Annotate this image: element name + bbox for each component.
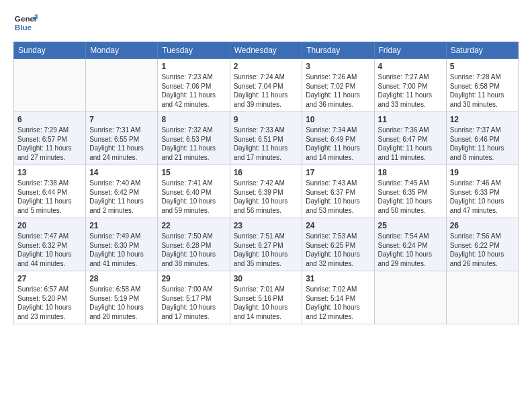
- day-info: Sunrise: 7:47 AMSunset: 6:32 PMDaylight:…: [17, 232, 82, 268]
- page-header: General Blue: [13, 11, 519, 35]
- day-info: Sunrise: 6:58 AMSunset: 5:19 PMDaylight:…: [89, 285, 154, 321]
- day-info: Sunrise: 7:43 AMSunset: 6:37 PMDaylight:…: [306, 179, 370, 215]
- calendar-cell: 3Sunrise: 7:26 AMSunset: 7:02 PMDaylight…: [302, 59, 374, 112]
- calendar-cell: 26Sunrise: 7:56 AMSunset: 6:22 PMDayligh…: [446, 218, 518, 271]
- day-info: Sunrise: 7:34 AMSunset: 6:49 PMDaylight:…: [306, 126, 370, 162]
- day-number: 31: [306, 274, 370, 283]
- calendar-cell: 16Sunrise: 7:42 AMSunset: 6:39 PMDayligh…: [230, 165, 302, 218]
- calendar-table: SundayMondayTuesdayWednesdayThursdayFrid…: [13, 42, 519, 324]
- calendar-cell: 12Sunrise: 7:37 AMSunset: 6:46 PMDayligh…: [446, 112, 518, 165]
- weekday-thursday: Thursday: [302, 42, 374, 59]
- day-number: 16: [234, 168, 299, 177]
- day-info: Sunrise: 7:37 AMSunset: 6:46 PMDaylight:…: [450, 126, 515, 162]
- calendar-cell: 10Sunrise: 7:34 AMSunset: 6:49 PMDayligh…: [302, 112, 374, 165]
- calendar-row-1: 1Sunrise: 7:23 AMSunset: 7:06 PMDaylight…: [14, 59, 519, 112]
- weekday-wednesday: Wednesday: [230, 42, 302, 59]
- calendar-cell: 22Sunrise: 7:50 AMSunset: 6:28 PMDayligh…: [158, 218, 230, 271]
- calendar-row-2: 6Sunrise: 7:29 AMSunset: 6:57 PMDaylight…: [14, 112, 519, 165]
- day-info: Sunrise: 7:24 AMSunset: 7:04 PMDaylight:…: [234, 73, 299, 109]
- day-info: Sunrise: 7:23 AMSunset: 7:06 PMDaylight:…: [161, 73, 226, 109]
- day-number: 7: [89, 115, 154, 124]
- day-number: 27: [17, 274, 82, 283]
- day-info: Sunrise: 7:32 AMSunset: 6:53 PMDaylight:…: [161, 126, 226, 162]
- calendar-cell: 18Sunrise: 7:45 AMSunset: 6:35 PMDayligh…: [374, 165, 446, 218]
- day-number: 21: [89, 221, 154, 230]
- day-number: 26: [450, 221, 515, 230]
- day-info: Sunrise: 7:38 AMSunset: 6:44 PMDaylight:…: [17, 179, 82, 215]
- calendar-cell: 14Sunrise: 7:40 AMSunset: 6:42 PMDayligh…: [86, 165, 158, 218]
- calendar-cell: [446, 271, 518, 324]
- day-info: Sunrise: 7:01 AMSunset: 5:16 PMDaylight:…: [234, 285, 299, 321]
- day-number: 9: [234, 115, 299, 124]
- day-info: Sunrise: 7:00 AMSunset: 5:17 PMDaylight:…: [161, 285, 226, 321]
- day-number: 29: [161, 274, 226, 283]
- day-number: 12: [450, 115, 515, 124]
- day-info: Sunrise: 7:31 AMSunset: 6:55 PMDaylight:…: [89, 126, 154, 162]
- calendar-cell: 15Sunrise: 7:41 AMSunset: 6:40 PMDayligh…: [158, 165, 230, 218]
- weekday-sunday: Sunday: [14, 42, 86, 59]
- calendar-cell: 4Sunrise: 7:27 AMSunset: 7:00 PMDaylight…: [374, 59, 446, 112]
- calendar-row-3: 13Sunrise: 7:38 AMSunset: 6:44 PMDayligh…: [14, 165, 519, 218]
- day-number: 28: [89, 274, 154, 283]
- calendar-cell: 29Sunrise: 7:00 AMSunset: 5:17 PMDayligh…: [158, 271, 230, 324]
- day-number: 20: [17, 221, 82, 230]
- day-number: 23: [234, 221, 299, 230]
- day-number: 30: [234, 274, 299, 283]
- day-info: Sunrise: 7:42 AMSunset: 6:39 PMDaylight:…: [234, 179, 299, 215]
- calendar-cell: 1Sunrise: 7:23 AMSunset: 7:06 PMDaylight…: [158, 59, 230, 112]
- calendar-cell: 13Sunrise: 7:38 AMSunset: 6:44 PMDayligh…: [14, 165, 86, 218]
- weekday-tuesday: Tuesday: [158, 42, 230, 59]
- calendar-cell: 6Sunrise: 7:29 AMSunset: 6:57 PMDaylight…: [14, 112, 86, 165]
- day-number: 10: [306, 115, 370, 124]
- day-info: Sunrise: 7:54 AMSunset: 6:24 PMDaylight:…: [378, 232, 443, 268]
- calendar-cell: [14, 59, 86, 112]
- day-number: 1: [161, 62, 226, 71]
- calendar-cell: 23Sunrise: 7:51 AMSunset: 6:27 PMDayligh…: [230, 218, 302, 271]
- calendar-cell: 30Sunrise: 7:01 AMSunset: 5:16 PMDayligh…: [230, 271, 302, 324]
- svg-text:Blue: Blue: [15, 23, 32, 32]
- calendar-cell: 27Sunrise: 6:57 AMSunset: 5:20 PMDayligh…: [14, 271, 86, 324]
- calendar-row-4: 20Sunrise: 7:47 AMSunset: 6:32 PMDayligh…: [14, 218, 519, 271]
- day-info: Sunrise: 7:33 AMSunset: 6:51 PMDaylight:…: [234, 126, 299, 162]
- day-info: Sunrise: 7:51 AMSunset: 6:27 PMDaylight:…: [234, 232, 299, 268]
- day-info: Sunrise: 7:40 AMSunset: 6:42 PMDaylight:…: [89, 179, 154, 215]
- day-number: 17: [306, 168, 370, 177]
- day-number: 15: [161, 168, 226, 177]
- day-info: Sunrise: 7:02 AMSunset: 5:14 PMDaylight:…: [306, 285, 370, 321]
- day-info: Sunrise: 7:56 AMSunset: 6:22 PMDaylight:…: [450, 232, 515, 268]
- day-info: Sunrise: 7:27 AMSunset: 7:00 PMDaylight:…: [378, 73, 443, 109]
- day-number: 14: [89, 168, 154, 177]
- weekday-header-row: SundayMondayTuesdayWednesdayThursdayFrid…: [14, 42, 519, 59]
- day-info: Sunrise: 7:36 AMSunset: 6:47 PMDaylight:…: [378, 126, 443, 162]
- weekday-friday: Friday: [374, 42, 446, 59]
- day-info: Sunrise: 7:41 AMSunset: 6:40 PMDaylight:…: [161, 179, 226, 215]
- weekday-monday: Monday: [86, 42, 158, 59]
- day-number: 24: [306, 221, 370, 230]
- day-info: Sunrise: 7:45 AMSunset: 6:35 PMDaylight:…: [378, 179, 443, 215]
- calendar-cell: [374, 271, 446, 324]
- calendar-cell: 2Sunrise: 7:24 AMSunset: 7:04 PMDaylight…: [230, 59, 302, 112]
- day-number: 2: [234, 62, 299, 71]
- calendar-cell: 7Sunrise: 7:31 AMSunset: 6:55 PMDaylight…: [86, 112, 158, 165]
- weekday-saturday: Saturday: [446, 42, 518, 59]
- calendar-cell: 11Sunrise: 7:36 AMSunset: 6:47 PMDayligh…: [374, 112, 446, 165]
- logo: General Blue: [13, 11, 38, 35]
- day-number: 6: [17, 115, 82, 124]
- day-info: Sunrise: 6:57 AMSunset: 5:20 PMDaylight:…: [17, 285, 82, 321]
- day-number: 11: [378, 115, 443, 124]
- calendar-cell: 9Sunrise: 7:33 AMSunset: 6:51 PMDaylight…: [230, 112, 302, 165]
- calendar-cell: 31Sunrise: 7:02 AMSunset: 5:14 PMDayligh…: [302, 271, 374, 324]
- calendar-cell: 28Sunrise: 6:58 AMSunset: 5:19 PMDayligh…: [86, 271, 158, 324]
- day-number: 22: [161, 221, 226, 230]
- day-info: Sunrise: 7:49 AMSunset: 6:30 PMDaylight:…: [89, 232, 154, 268]
- calendar-cell: 5Sunrise: 7:28 AMSunset: 6:58 PMDaylight…: [446, 59, 518, 112]
- day-number: 3: [306, 62, 370, 71]
- calendar-cell: 20Sunrise: 7:47 AMSunset: 6:32 PMDayligh…: [14, 218, 86, 271]
- day-number: 19: [450, 168, 515, 177]
- day-info: Sunrise: 7:53 AMSunset: 6:25 PMDaylight:…: [306, 232, 370, 268]
- calendar-row-5: 27Sunrise: 6:57 AMSunset: 5:20 PMDayligh…: [14, 271, 519, 324]
- day-info: Sunrise: 7:50 AMSunset: 6:28 PMDaylight:…: [161, 232, 226, 268]
- calendar-cell: 8Sunrise: 7:32 AMSunset: 6:53 PMDaylight…: [158, 112, 230, 165]
- calendar-cell: 21Sunrise: 7:49 AMSunset: 6:30 PMDayligh…: [86, 218, 158, 271]
- day-number: 18: [378, 168, 443, 177]
